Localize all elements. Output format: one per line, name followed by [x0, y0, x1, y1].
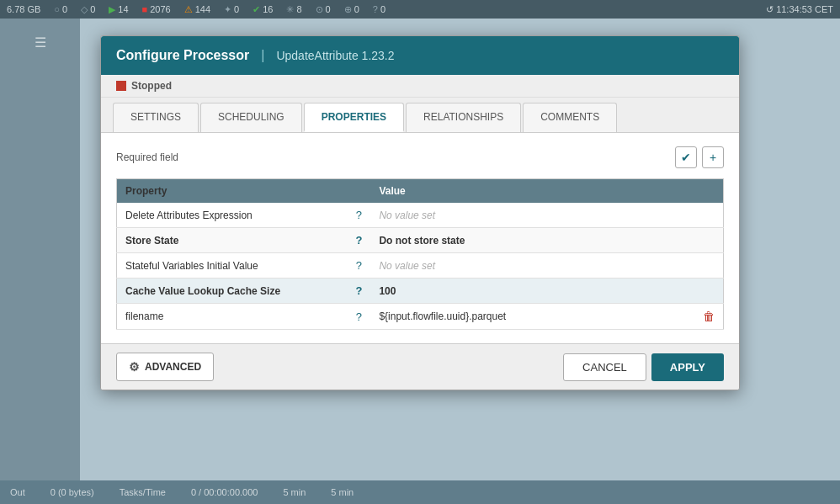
prop-help-cache-size[interactable]: ?: [347, 279, 370, 304]
prop-help-stateful-vars[interactable]: ?: [347, 253, 370, 279]
modal-separator: |: [261, 48, 264, 63]
modal-title: Configure Processor: [116, 48, 249, 63]
out-value: 0 (0 bytes): [51, 487, 94, 497]
status-indicator: [116, 81, 126, 91]
tab-comments[interactable]: COMMENTS: [523, 103, 617, 132]
apply-button[interactable]: APPLY: [651, 353, 724, 381]
status-text: Stopped: [131, 80, 172, 92]
verify-button[interactable]: ✔: [675, 146, 697, 168]
tabs-container: SETTINGS SCHEDULING PROPERTIES RELATIONS…: [101, 98, 739, 133]
gear-icon: ⚙: [129, 360, 140, 374]
prop-value-cache-size[interactable]: 100: [370, 279, 694, 304]
top-bar: 6.78 GB ○ 0 ◇ 0 ▶ 14 ■ 2076 ⚠ 144 ✦ 0 ✔ …: [0, 0, 840, 19]
counter-running: ▶ 14: [109, 4, 128, 15]
tab-settings[interactable]: SETTINGS: [113, 103, 199, 132]
prop-action-filename[interactable]: 🗑: [694, 304, 724, 330]
configure-processor-modal: Configure Processor | UpdateAttribute 1.…: [100, 35, 740, 390]
prop-help-filename[interactable]: ?: [347, 304, 370, 330]
tasks-value: 0 / 00:00:00.000: [191, 487, 258, 497]
table-row: filename ? ${input.flowfile.uuid}.parque…: [117, 304, 724, 330]
table-row: Stateful Variables Initial Value ? No va…: [117, 253, 724, 279]
min1: 5 min: [283, 487, 306, 497]
prop-action-delete-attrs: [694, 203, 724, 228]
footer-actions: CANCEL APPLY: [563, 353, 724, 381]
counter-burst: ✳ 8: [286, 4, 301, 15]
modal-subtitle: UpdateAttribute 1.23.2: [276, 49, 394, 62]
header-action: [694, 179, 724, 204]
advanced-label: ADVANCED: [145, 361, 201, 373]
status-bar: Stopped: [101, 75, 739, 98]
prop-value-store-state[interactable]: Do not store state: [370, 228, 694, 253]
min2: 5 min: [331, 487, 354, 497]
help-icon[interactable]: ?: [355, 234, 362, 247]
prop-action-stateful-vars: [694, 253, 724, 279]
modal-body: Required field ✔ + Property Value: [101, 133, 739, 343]
header-property: Property: [117, 179, 348, 204]
clock: ↺ 11:34:53 CET: [766, 4, 833, 15]
required-field-label: Required field: [116, 151, 178, 163]
advanced-button[interactable]: ⚙ ADVANCED: [116, 353, 214, 381]
prop-value-delete-attrs[interactable]: No value set: [370, 203, 694, 228]
counter-remote: ⊙ 0: [316, 4, 331, 15]
counter-spark: ✦ 0: [224, 4, 239, 15]
modal-overlay: Configure Processor | UpdateAttribute 1.…: [0, 19, 840, 504]
help-icon[interactable]: ?: [355, 284, 362, 297]
help-icon[interactable]: ?: [356, 259, 362, 272]
counter-secure: ⊕ 0: [344, 4, 359, 15]
out-label: Out: [10, 487, 25, 497]
prop-help-delete-attrs[interactable]: ?: [347, 203, 370, 228]
required-field-actions: ✔ +: [675, 146, 724, 168]
prop-name-store-state: Store State: [117, 228, 348, 253]
table-row: Cache Value Lookup Cache Size ? 100: [117, 279, 724, 304]
delete-icon[interactable]: 🗑: [703, 310, 715, 323]
counter-warning: ⚠ 144: [184, 4, 210, 15]
counter-ok: ✔ 16: [253, 4, 273, 15]
prop-action-cache-size: [694, 279, 724, 304]
tab-properties[interactable]: PROPERTIES: [304, 103, 404, 132]
counter-stopped: ■ 2076: [142, 4, 171, 14]
table-row: Delete Attributes Expression ? No value …: [117, 203, 724, 228]
counter-question: ? 0: [373, 4, 385, 14]
prop-help-store-state[interactable]: ?: [347, 228, 370, 253]
prop-value-filename[interactable]: ${input.flowfile.uuid}.parquet: [370, 304, 694, 330]
modal-header: Configure Processor | UpdateAttribute 1.…: [101, 36, 739, 75]
prop-value-stateful-vars[interactable]: No value set: [370, 253, 694, 279]
tab-scheduling[interactable]: SCHEDULING: [200, 103, 302, 132]
header-help: [347, 179, 370, 204]
required-field-row: Required field ✔ +: [116, 146, 724, 168]
add-property-button[interactable]: +: [702, 146, 724, 168]
counter-queued: ○ 0: [54, 4, 67, 14]
tasks-label: Tasks/Time: [120, 487, 166, 497]
memory-label: 6.78 GB: [7, 4, 40, 14]
prop-name-delete-attrs: Delete Attributes Expression: [117, 203, 348, 228]
prop-action-store-state: [694, 228, 724, 253]
bottom-bar: Out 0 (0 bytes) Tasks/Time 0 / 00:00:00.…: [0, 480, 840, 504]
tab-relationships[interactable]: RELATIONSHIPS: [406, 103, 521, 132]
table-header-row: Property Value: [117, 179, 724, 204]
help-icon[interactable]: ?: [356, 209, 362, 221]
modal-footer: ⚙ ADVANCED CANCEL APPLY: [101, 343, 739, 390]
table-row: Store State ? Do not store state: [117, 228, 724, 253]
counter-invalid: ◇ 0: [81, 4, 95, 15]
properties-table: Property Value Delete Attributes Express…: [116, 178, 724, 330]
prop-name-cache-size: Cache Value Lookup Cache Size: [117, 279, 348, 304]
help-icon[interactable]: ?: [356, 310, 362, 323]
prop-name-stateful-vars: Stateful Variables Initial Value: [117, 253, 348, 279]
prop-name-filename: filename: [117, 304, 348, 330]
header-value: Value: [370, 179, 694, 204]
cancel-button[interactable]: CANCEL: [563, 353, 646, 381]
